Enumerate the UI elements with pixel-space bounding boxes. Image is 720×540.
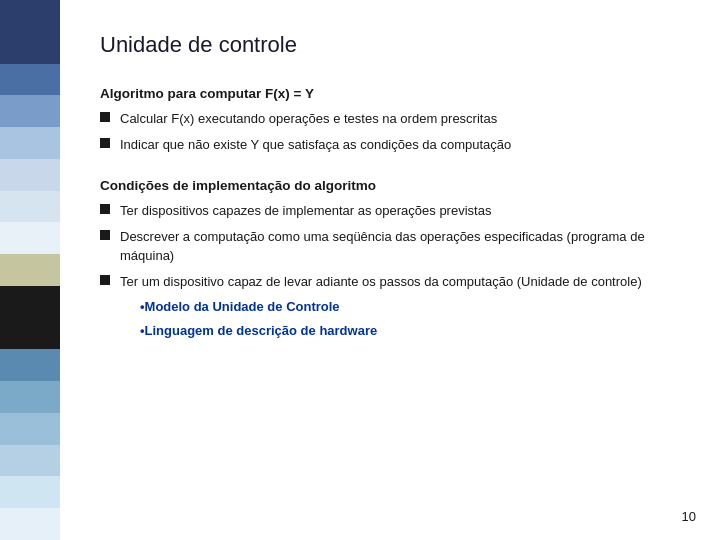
section-algoritmo: Algoritmo para computar F(x) = Y Calcula… — [100, 86, 680, 154]
sub-list-item: Modelo da Unidade de Controle — [140, 297, 680, 317]
sidebar — [0, 0, 60, 540]
section1-heading: Algoritmo para computar F(x) = Y — [100, 86, 680, 101]
bullet-icon — [100, 230, 110, 240]
section2-bullets: Ter dispositivos capazes de implementar … — [100, 201, 680, 344]
bullet-text: Ter um dispositivo capaz de levar adiant… — [120, 272, 680, 345]
sub-list-item: Linguagem de descrição de hardware — [140, 321, 680, 341]
bullet-text: Calcular F(x) executando operações e tes… — [120, 109, 680, 129]
page-number: 10 — [682, 509, 696, 524]
list-item: Calcular F(x) executando operações e tes… — [100, 109, 680, 129]
bullet-text: Indicar que não existe Y que satisfaça a… — [120, 135, 680, 155]
page-title: Unidade de controle — [100, 32, 680, 58]
list-item: Descrever a computação como uma seqüênci… — [100, 227, 680, 266]
main-content: Unidade de controle Algoritmo para compu… — [60, 0, 720, 540]
sub-bullet-list: Modelo da Unidade de Controle Linguagem … — [120, 297, 680, 340]
list-item: Ter um dispositivo capaz de levar adiant… — [100, 272, 680, 345]
section-condicoes: Condições de implementação do algoritmo … — [100, 178, 680, 344]
list-item: Indicar que não existe Y que satisfaça a… — [100, 135, 680, 155]
section1-bullets: Calcular F(x) executando operações e tes… — [100, 109, 680, 154]
list-item: Ter dispositivos capazes de implementar … — [100, 201, 680, 221]
bullet-icon — [100, 138, 110, 148]
bullet-text: Descrever a computação como uma seqüênci… — [120, 227, 680, 266]
bullet-icon — [100, 112, 110, 122]
bullet-icon — [100, 204, 110, 214]
bullet-icon — [100, 275, 110, 285]
bullet-text: Ter dispositivos capazes de implementar … — [120, 201, 680, 221]
section2-heading: Condições de implementação do algoritmo — [100, 178, 680, 193]
